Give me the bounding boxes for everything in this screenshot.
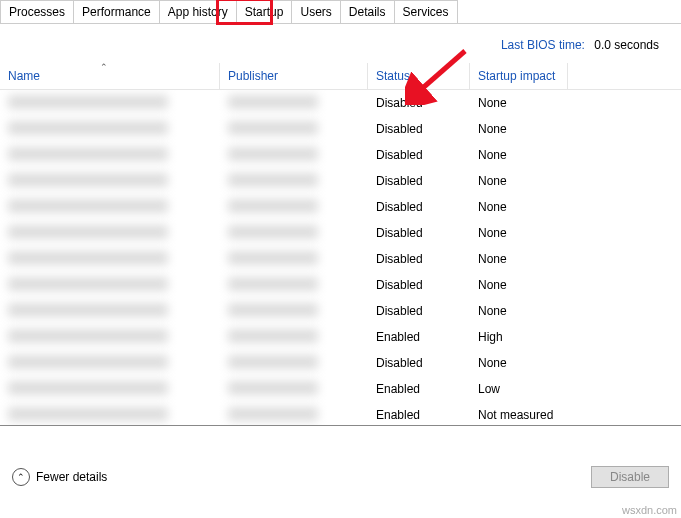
tab-bar: ProcessesPerformanceApp historyStartupUs… (0, 0, 681, 24)
tab-performance[interactable]: Performance (73, 0, 160, 23)
cell-publisher (220, 407, 368, 424)
tab-processes[interactable]: Processes (0, 0, 74, 23)
cell-impact: High (470, 330, 568, 344)
table-row[interactable]: DisabledNone (0, 90, 681, 116)
cell-publisher (220, 121, 368, 138)
column-headers: Name ⌃ Publisher Status Startup impact (0, 62, 681, 90)
cell-impact: None (470, 96, 568, 110)
cell-name (0, 355, 220, 372)
cell-impact: None (470, 174, 568, 188)
column-header-publisher[interactable]: Publisher (220, 63, 368, 89)
table-row[interactable]: DisabledNone (0, 116, 681, 142)
tab-app-history[interactable]: App history (159, 0, 237, 23)
cell-name (0, 407, 220, 424)
cell-status: Enabled (368, 408, 470, 422)
fewer-details-toggle[interactable]: ⌃ Fewer details (12, 468, 107, 486)
cell-status: Disabled (368, 148, 470, 162)
table-row[interactable]: DisabledNone (0, 350, 681, 376)
disable-button[interactable]: Disable (591, 466, 669, 488)
table-row[interactable]: DisabledNone (0, 194, 681, 220)
cell-publisher (220, 303, 368, 320)
cell-status: Disabled (368, 96, 470, 110)
cell-publisher (220, 95, 368, 112)
cell-name (0, 381, 220, 398)
cell-impact: None (470, 356, 568, 370)
cell-publisher (220, 355, 368, 372)
cell-publisher (220, 251, 368, 268)
cell-publisher (220, 225, 368, 242)
cell-publisher (220, 173, 368, 190)
cell-impact: Not measured (470, 408, 568, 422)
cell-publisher (220, 381, 368, 398)
cell-name (0, 225, 220, 242)
bios-time-info: Last BIOS time: 0.0 seconds (0, 24, 681, 62)
cell-name (0, 173, 220, 190)
cell-status: Disabled (368, 252, 470, 266)
watermark: wsxdn.com (622, 504, 677, 516)
sort-indicator-icon: ⌃ (100, 62, 108, 72)
cell-publisher (220, 147, 368, 164)
cell-status: Disabled (368, 278, 470, 292)
cell-status: Disabled (368, 200, 470, 214)
bios-time-label: Last BIOS time: (501, 38, 585, 52)
column-header-name[interactable]: Name ⌃ (0, 63, 220, 89)
chevron-up-icon: ⌃ (12, 468, 30, 486)
cell-publisher (220, 329, 368, 346)
column-header-impact[interactable]: Startup impact (470, 63, 568, 89)
cell-name (0, 95, 220, 112)
cell-impact: None (470, 148, 568, 162)
cell-impact: Low (470, 382, 568, 396)
column-header-status[interactable]: Status (368, 63, 470, 89)
cell-impact: None (470, 278, 568, 292)
table-row[interactable]: DisabledNone (0, 142, 681, 168)
fewer-details-label: Fewer details (36, 470, 107, 484)
cell-name (0, 251, 220, 268)
cell-name (0, 277, 220, 294)
cell-impact: None (470, 304, 568, 318)
table-row[interactable]: EnabledLow (0, 376, 681, 402)
table-row[interactable]: EnabledHigh (0, 324, 681, 350)
cell-publisher (220, 277, 368, 294)
tab-services[interactable]: Services (394, 0, 458, 23)
cell-publisher (220, 199, 368, 216)
cell-impact: None (470, 200, 568, 214)
bios-time-value: 0.0 seconds (594, 38, 659, 52)
tab-details[interactable]: Details (340, 0, 395, 23)
cell-name (0, 199, 220, 216)
table-row[interactable]: EnabledNot measured (0, 402, 681, 426)
cell-name (0, 147, 220, 164)
startup-list[interactable]: DisabledNoneDisabledNoneDisabledNoneDisa… (0, 90, 681, 426)
tab-startup[interactable]: Startup (236, 0, 293, 23)
cell-name (0, 121, 220, 138)
table-row[interactable]: DisabledNone (0, 220, 681, 246)
cell-impact: None (470, 226, 568, 240)
cell-status: Disabled (368, 122, 470, 136)
table-row[interactable]: DisabledNone (0, 298, 681, 324)
cell-status: Disabled (368, 304, 470, 318)
cell-status: Enabled (368, 382, 470, 396)
tab-users[interactable]: Users (291, 0, 340, 23)
table-row[interactable]: DisabledNone (0, 272, 681, 298)
cell-impact: None (470, 252, 568, 266)
cell-status: Disabled (368, 174, 470, 188)
table-row[interactable]: DisabledNone (0, 246, 681, 272)
table-row[interactable]: DisabledNone (0, 168, 681, 194)
cell-name (0, 329, 220, 346)
cell-impact: None (470, 122, 568, 136)
cell-status: Disabled (368, 356, 470, 370)
cell-status: Enabled (368, 330, 470, 344)
cell-status: Disabled (368, 226, 470, 240)
footer-bar: ⌃ Fewer details Disable (0, 458, 681, 496)
cell-name (0, 303, 220, 320)
